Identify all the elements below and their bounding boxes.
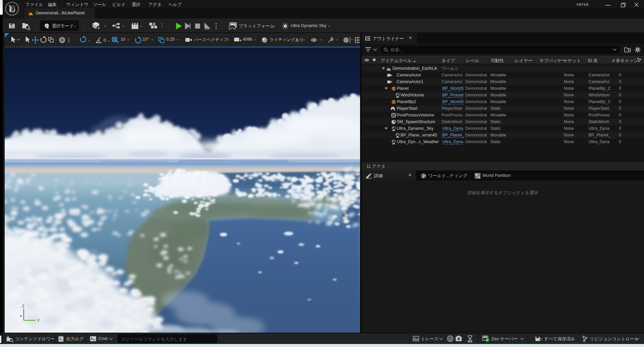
svg-text:Z: Z — [22, 304, 24, 309]
svg-text:⌄: ⌄ — [88, 38, 91, 42]
svg-text:⌄: ⌄ — [107, 38, 110, 42]
svg-text:0: 0 — [104, 38, 106, 43]
svg-text:Y: Y — [37, 318, 40, 323]
svg-text:x: x — [20, 314, 22, 318]
